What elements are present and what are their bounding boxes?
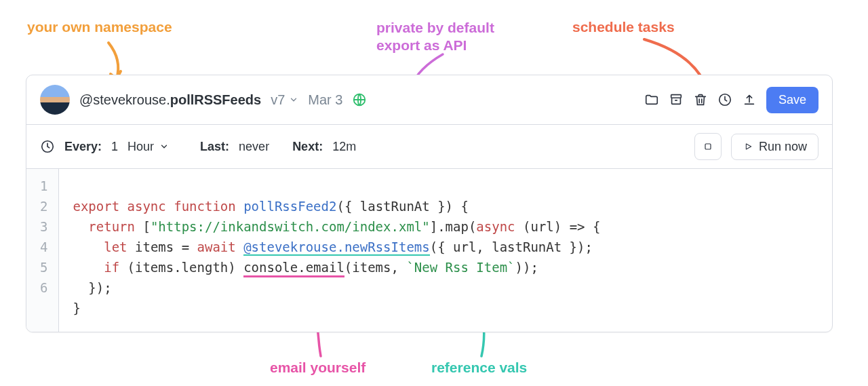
stop-button[interactable] [694, 133, 722, 160]
chevron-down-icon [289, 95, 298, 104]
val-card: @stevekrouse.pollRSSFeeds v7 Mar 3 Save … [26, 75, 833, 332]
val-reference: @stevekrouse.newRssItems [243, 239, 430, 256]
every-value[interactable]: 1 [111, 140, 118, 154]
every-label: Every: [64, 140, 102, 154]
date-label: Mar 3 [308, 92, 342, 108]
next-value: 12m [332, 140, 356, 154]
gutter: 123456 [26, 169, 59, 332]
archive-icon[interactable] [669, 92, 684, 107]
svg-rect-1 [671, 95, 682, 98]
namespace-prefix: @stevekrouse. [79, 92, 170, 107]
clock-small-icon [40, 139, 55, 154]
code-source[interactable]: export async function pollRssFeed2({ las… [59, 169, 832, 332]
val-name: pollRSSFeeds [170, 92, 261, 107]
annotation-namespace: your own namespace [27, 19, 172, 35]
square-icon [703, 141, 713, 152]
schedule-bar: Every: 1 Hour Last: never Next: 12m Run … [26, 125, 832, 169]
val-title[interactable]: @stevekrouse.pollRSSFeeds [79, 92, 261, 108]
unit-select[interactable]: Hour [127, 140, 169, 154]
save-button[interactable]: Save [766, 87, 818, 113]
next-label: Next: [292, 140, 323, 154]
annotation-schedule-tasks: schedule tasks [572, 19, 675, 35]
annotation-email-yourself: email yourself [270, 360, 366, 376]
last-label: Last: [200, 140, 229, 154]
play-icon [743, 141, 753, 152]
console-email: console.email [243, 260, 344, 277]
avatar[interactable] [40, 85, 70, 115]
globe-icon[interactable] [352, 92, 367, 107]
code-editor[interactable]: 123456 export async function pollRssFeed… [26, 169, 832, 332]
svg-rect-4 [705, 144, 711, 149]
clock-icon[interactable] [717, 92, 732, 107]
folder-icon[interactable] [644, 92, 659, 107]
trash-icon[interactable] [693, 92, 708, 107]
annotation-private-api: private by default export as API [376, 19, 494, 55]
chevron-down-icon [159, 142, 169, 151]
last-value: never [239, 140, 269, 154]
version-selector[interactable]: v7 [271, 92, 298, 108]
card-header: @stevekrouse.pollRSSFeeds v7 Mar 3 Save [26, 75, 832, 125]
run-now-button[interactable]: Run now [731, 134, 818, 160]
annotation-reference-vals: reference vals [431, 360, 527, 376]
upload-icon[interactable] [742, 92, 757, 107]
